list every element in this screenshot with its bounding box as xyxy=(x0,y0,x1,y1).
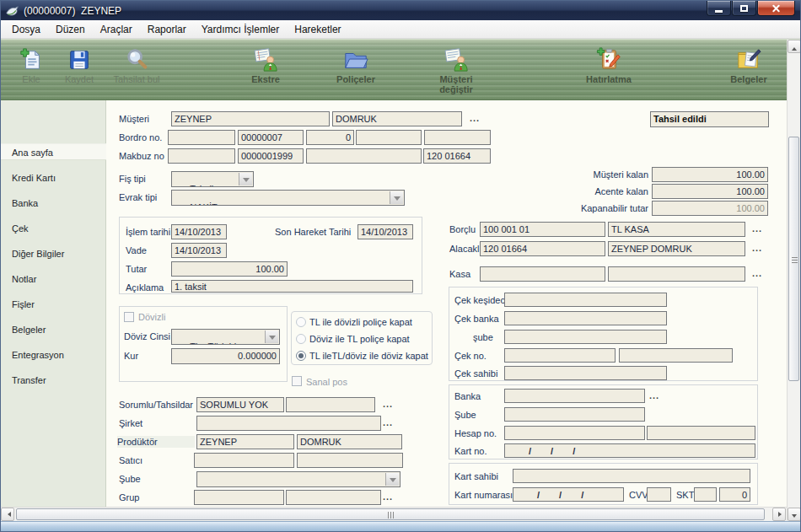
kasa-browse-button[interactable]: ... xyxy=(752,268,762,278)
cek-kesideci-field[interactable] xyxy=(504,293,667,307)
maximize-button[interactable] xyxy=(732,1,756,16)
banka-browse-button[interactable]: ... xyxy=(649,390,659,400)
sirket-field[interactable] xyxy=(196,416,381,431)
toolbar-ekstre-button[interactable]: Ekstre xyxy=(239,46,292,84)
menu-raporlar[interactable]: Raporlar xyxy=(140,21,194,38)
cek-no-field-1[interactable] xyxy=(504,348,616,363)
menu-yardimci-islemler[interactable]: Yardımcı İşlemler xyxy=(194,21,287,38)
radio-doviz-tl[interactable] xyxy=(296,334,306,344)
horizontal-scrollbar[interactable] xyxy=(1,507,787,521)
makbuz-field-3[interactable] xyxy=(306,148,422,164)
horizontal-scrollbar-thumb[interactable] xyxy=(16,508,765,520)
musteri-browse-button[interactable]: ... xyxy=(470,113,480,123)
sidebar-item-banka[interactable]: Banka xyxy=(1,195,106,212)
aciklama-field[interactable]: 1. taksit xyxy=(171,280,413,293)
alacakli-code-field[interactable]: 120 01664 xyxy=(480,241,605,256)
satici-field-1[interactable] xyxy=(194,453,294,468)
musteri-first-field[interactable]: ZEYNEP xyxy=(171,111,330,126)
cek-no-field-2[interactable] xyxy=(619,348,733,363)
menu-araclar[interactable]: Araçlar xyxy=(93,21,140,38)
kasa-code-field[interactable] xyxy=(480,266,605,282)
cvv-field[interactable] xyxy=(647,487,671,502)
titlebar[interactable]: (00000007) ZEYNEP xyxy=(1,1,800,20)
produktor-first-field[interactable]: ZEYNEP xyxy=(196,434,294,449)
toolbar-policeler-button[interactable]: Poliçeler xyxy=(327,46,384,84)
kart-sahibi-field[interactable] xyxy=(513,469,750,483)
borclu-browse-button[interactable]: ... xyxy=(752,223,762,234)
borclu-name-field[interactable]: TL KASA xyxy=(608,222,745,237)
grup-browse-button[interactable]: ... xyxy=(383,492,393,502)
evrak-tipi-select[interactable]: NAKİT xyxy=(171,190,405,206)
sube-select[interactable] xyxy=(196,471,400,487)
kart-no-field[interactable]: / / / xyxy=(504,443,755,458)
banka-field[interactable] xyxy=(504,389,645,403)
minimize-button[interactable] xyxy=(707,1,731,16)
makbuz-field-2[interactable]: 0000001999 xyxy=(238,148,304,164)
close-button[interactable] xyxy=(757,1,795,16)
radio-tl-tl-doviz[interactable] xyxy=(296,351,306,361)
sidebar-item-belgeler[interactable]: Belgeler xyxy=(1,321,106,338)
scroll-left-button[interactable] xyxy=(1,508,14,521)
hesap-no-field-1[interactable] xyxy=(504,426,645,440)
bordro-field-4[interactable] xyxy=(356,130,422,145)
produktor-last-field[interactable]: DOMRUK xyxy=(297,434,402,449)
alacakli-browse-button[interactable]: ... xyxy=(752,243,762,253)
sidebar-item-kredi-karti[interactable]: Kredi Kartı xyxy=(1,169,106,186)
borclu-code-field[interactable]: 100 001 01 xyxy=(480,222,605,237)
toolbar-belgeler-button[interactable]: Belgeler xyxy=(723,46,775,84)
sorumlu-field[interactable]: SORUMLU YOK xyxy=(196,397,284,412)
sorumlu-browse-button[interactable]: ... xyxy=(383,399,393,409)
fis-tipi-select[interactable]: Tahsil xyxy=(171,171,254,187)
vertical-scrollbar-thumb[interactable] xyxy=(788,137,799,381)
makbuz-field-1[interactable] xyxy=(168,148,235,164)
scroll-up-button[interactable] xyxy=(788,40,801,53)
dovizli-checkbox[interactable] xyxy=(124,312,134,322)
sidebar-item-fisler[interactable]: Fişler xyxy=(1,296,106,313)
chevron-down-icon[interactable] xyxy=(390,191,403,204)
vertical-scrollbar[interactable] xyxy=(787,40,800,521)
banka-sube-field[interactable] xyxy=(504,407,645,422)
grup-field-1[interactable] xyxy=(194,490,284,505)
menu-dosya[interactable]: Dosya xyxy=(4,21,48,38)
bordro-field-3[interactable]: 0 xyxy=(306,130,354,145)
chevron-down-icon[interactable] xyxy=(385,473,399,486)
cek-banka-field[interactable] xyxy=(504,311,667,325)
islem-tarihi-field[interactable]: 14/10/2013 xyxy=(171,224,227,239)
sorumlu-field-2[interactable] xyxy=(286,397,375,412)
sanal-pos-checkbox[interactable] xyxy=(292,376,302,386)
doviz-cinsi-select[interactable]: TL Türk Lirası xyxy=(171,329,280,345)
chevron-down-icon[interactable] xyxy=(239,173,252,185)
cek-sube-field[interactable] xyxy=(504,330,667,344)
chevron-down-icon[interactable] xyxy=(265,330,278,343)
sidebar-item-cek[interactable]: Çek xyxy=(1,220,106,237)
kasa-name-field[interactable] xyxy=(608,266,745,282)
toolbar-musteri-degistir-button[interactable]: Müşteri değiştir xyxy=(427,46,485,94)
toolbar-hatirlatma-button[interactable]: Hatırlatma xyxy=(578,46,640,84)
tutar-field[interactable]: 100.00 xyxy=(171,261,288,277)
vade-field[interactable]: 14/10/2013 xyxy=(171,243,227,258)
skt-extra-field[interactable]: 0 xyxy=(719,487,750,502)
kart-numarasi-field[interactable]: / / / xyxy=(513,487,624,502)
menu-duzen[interactable]: Düzen xyxy=(48,21,93,38)
sidebar-item-diger-bilgiler[interactable]: Diğer Bilgiler xyxy=(1,245,106,262)
hesap-no-field-2[interactable] xyxy=(647,426,755,440)
toolbar-ekle-button[interactable]: Ekle xyxy=(12,46,51,84)
skt-field[interactable] xyxy=(694,487,717,502)
satici-field-2[interactable] xyxy=(297,453,403,468)
toolbar-kaydet-button[interactable]: Kaydet xyxy=(56,46,102,84)
bordro-field-1[interactable] xyxy=(168,130,235,145)
grup-field-2[interactable] xyxy=(286,490,381,505)
sidebar-item-ana-sayfa[interactable]: Ana sayfa xyxy=(1,143,106,160)
musteri-last-field[interactable]: DOMRUK xyxy=(332,111,462,126)
sirket-browse-button[interactable]: ... xyxy=(383,417,393,427)
bordro-field-2[interactable]: 00000007 xyxy=(238,130,304,145)
cek-sahibi-field[interactable] xyxy=(504,366,667,380)
sidebar-item-transfer[interactable]: Transfer xyxy=(1,372,106,389)
kur-field[interactable]: 0.000000 xyxy=(171,348,280,364)
radio-tl-dovizli[interactable] xyxy=(296,317,306,327)
alacakli-name-field[interactable]: ZEYNEP DOMRUK xyxy=(608,241,745,256)
makbuz-field-4[interactable]: 120 01664 xyxy=(423,148,491,164)
scroll-right-button[interactable] xyxy=(772,508,786,521)
menu-hareketler[interactable]: Hareketler xyxy=(287,21,348,38)
son-hareket-field[interactable]: 14/10/2013 xyxy=(357,224,413,239)
